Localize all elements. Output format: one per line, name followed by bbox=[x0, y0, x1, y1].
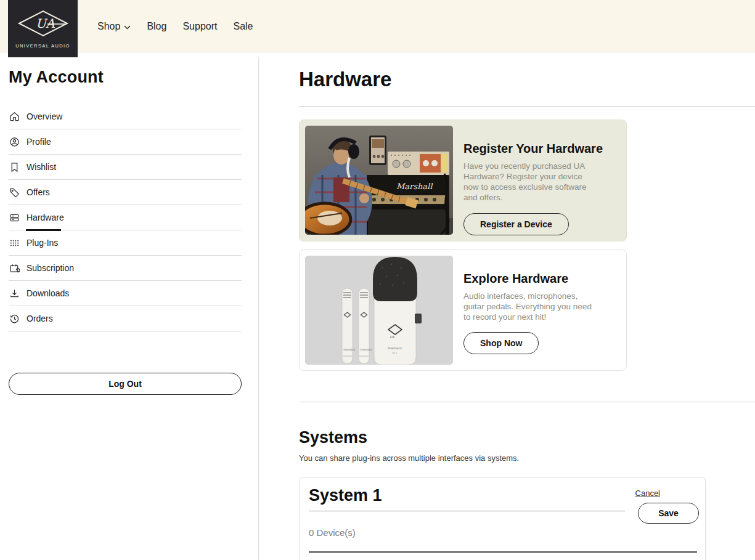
register-a-device-button[interactable]: Register a Device bbox=[463, 213, 569, 235]
account-sidebar: My Account Overview Profile Wishlist Off… bbox=[9, 68, 242, 395]
sidebar-item-hardware[interactable]: Hardware bbox=[9, 205, 242, 230]
svg-text:Marshall: Marshall bbox=[396, 182, 433, 191]
cancel-link[interactable]: Cancel bbox=[635, 489, 660, 498]
svg-text:Standard: Standard bbox=[360, 348, 372, 351]
microphones-image: Standard Standard UA Standard SD-1 bbox=[305, 256, 453, 365]
sidebar-item-label: Overview bbox=[27, 112, 62, 121]
explore-card-title: Explore Hardware bbox=[463, 272, 598, 286]
download-icon bbox=[9, 288, 20, 299]
sidebar-item-label: Orders bbox=[27, 314, 53, 323]
profile-icon bbox=[9, 136, 20, 147]
systems-description: You can share plug-ins across multiple i… bbox=[299, 453, 755, 463]
home-icon bbox=[9, 111, 20, 122]
sidebar-item-label: Wishlist bbox=[27, 162, 56, 172]
sidebar-item-subscription[interactable]: Subscription bbox=[9, 256, 242, 281]
sidebar-item-label: Subscription bbox=[27, 263, 74, 273]
guitarist-amp-image: Marshall bbox=[305, 126, 453, 235]
nav-item-blog[interactable]: Blog bbox=[147, 21, 166, 32]
register-card-text: Have you recently purchased UA Hardware?… bbox=[463, 161, 598, 203]
subscription-calendar-icon bbox=[9, 262, 20, 274]
sidebar-title: My Account bbox=[9, 68, 242, 87]
svg-text:Standard: Standard bbox=[388, 346, 402, 350]
tag-icon bbox=[9, 187, 20, 198]
logo-wordmark: UNIVERSAL AUDIO bbox=[15, 43, 70, 49]
sidebar-item-label: Offers bbox=[27, 187, 50, 197]
register-card-body: Register Your Hardware Have you recently… bbox=[463, 126, 603, 235]
plugins-dot-grid-icon bbox=[9, 237, 20, 248]
shop-now-button[interactable]: Shop Now bbox=[463, 332, 539, 354]
svg-text:SD-1: SD-1 bbox=[392, 352, 398, 354]
section-divider bbox=[299, 402, 755, 402]
explore-hardware-card: Standard Standard UA Standard SD-1 bbox=[299, 250, 627, 371]
orders-history-icon bbox=[9, 313, 20, 324]
explore-card-text: Audio interfaces, microphones, guitar pe… bbox=[463, 291, 598, 322]
sidebar-item-plug-ins[interactable]: Plug-Ins bbox=[9, 230, 242, 256]
bookmark-icon bbox=[9, 161, 20, 172]
system-card: System 1 Cancel Save 0 Device(s) bbox=[299, 477, 706, 560]
svg-text:Standard: Standard bbox=[343, 348, 355, 351]
save-button[interactable]: Save bbox=[638, 503, 699, 524]
ua-diamond-logo-icon: UA bbox=[15, 9, 71, 41]
chevron-down-icon bbox=[124, 21, 131, 32]
sidebar-item-profile[interactable]: Profile bbox=[9, 129, 242, 155]
sidebar-item-downloads[interactable]: Downloads bbox=[9, 281, 242, 306]
device-table-top-border bbox=[309, 551, 697, 553]
hardware-rack-icon bbox=[9, 212, 20, 223]
log-out-button[interactable]: Log Out bbox=[9, 373, 242, 395]
section-divider bbox=[299, 106, 755, 107]
universal-audio-logo[interactable]: UA UNIVERSAL AUDIO bbox=[8, 0, 78, 57]
sidebar-item-overview[interactable]: Overview bbox=[9, 104, 242, 129]
sidebar-item-label: Hardware bbox=[27, 213, 64, 222]
primary-nav: Shop Blog Support Sale bbox=[97, 0, 253, 52]
register-card-title: Register Your Hardware bbox=[463, 142, 603, 156]
sidebar-item-offers[interactable]: Offers bbox=[9, 180, 242, 205]
system-name-input[interactable]: System 1 bbox=[309, 486, 625, 511]
device-count-label: 0 Device(s) bbox=[309, 527, 696, 538]
explore-card-body: Explore Hardware Audio interfaces, micro… bbox=[463, 256, 598, 365]
sidebar-item-label: Profile bbox=[27, 137, 51, 147]
sidebar-item-label: Plug-Ins bbox=[27, 238, 58, 248]
nav-item-shop[interactable]: Shop bbox=[97, 21, 131, 32]
page-title: Hardware bbox=[299, 68, 755, 91]
svg-text:UA: UA bbox=[390, 335, 395, 339]
nav-item-sale[interactable]: Sale bbox=[233, 21, 253, 32]
register-hardware-card: Marshall bbox=[299, 120, 627, 241]
nav-item-support[interactable]: Support bbox=[182, 21, 217, 32]
sidebar-content-divider bbox=[258, 57, 259, 560]
sidebar-item-label: Downloads bbox=[27, 288, 69, 298]
account-menu: Overview Profile Wishlist Offers Hardwar bbox=[9, 104, 242, 331]
sidebar-item-orders[interactable]: Orders bbox=[9, 306, 242, 331]
sidebar-item-wishlist[interactable]: Wishlist bbox=[9, 155, 242, 180]
hardware-page: Hardware bbox=[299, 68, 755, 560]
top-navigation-bar: Shop Blog Support Sale bbox=[0, 0, 755, 52]
systems-section-title: Systems bbox=[299, 428, 755, 447]
svg-text:UA: UA bbox=[36, 16, 55, 31]
